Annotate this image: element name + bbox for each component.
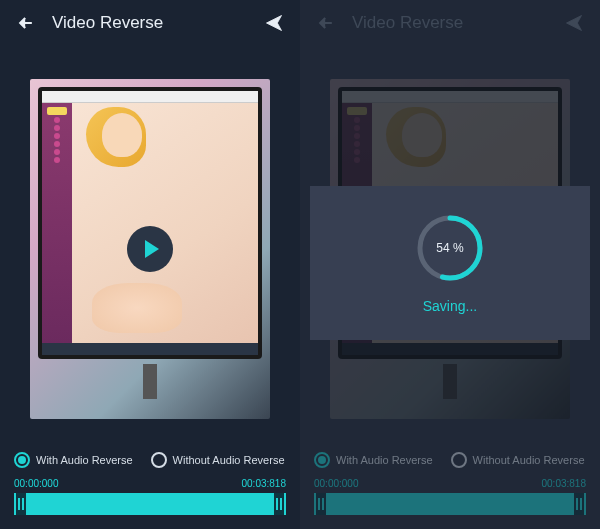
video-preview-area xyxy=(0,46,300,442)
seek-area xyxy=(0,491,300,529)
header: Video Reverse xyxy=(0,0,300,46)
back-button[interactable] xyxy=(14,11,38,35)
progress-ring: 54 % xyxy=(414,212,486,284)
radio-with-audio[interactable]: With Audio Reverse xyxy=(14,452,133,468)
video-frame[interactable] xyxy=(30,79,270,419)
audio-options: With Audio Reverse Without Audio Reverse xyxy=(0,442,300,472)
send-button[interactable] xyxy=(262,11,286,35)
radio-selected-icon xyxy=(14,452,30,468)
screen-right: Video Reverse xyxy=(300,0,600,529)
progress-percent: 54 % xyxy=(414,212,486,284)
seek-handle-right[interactable] xyxy=(274,493,284,515)
play-button[interactable] xyxy=(127,226,173,272)
saving-status: Saving... xyxy=(423,298,477,314)
time-row: 00:00:000 00:03:818 xyxy=(0,472,300,491)
time-start: 00:00:000 xyxy=(14,478,59,489)
screen-left: Video Reverse xyxy=(0,0,300,529)
radio-without-audio[interactable]: Without Audio Reverse xyxy=(151,452,285,468)
saving-panel: 54 % Saving... xyxy=(310,186,590,340)
page-title: Video Reverse xyxy=(52,13,248,33)
radio-unselected-icon xyxy=(151,452,167,468)
radio-label: With Audio Reverse xyxy=(36,454,133,466)
seek-handle-left[interactable] xyxy=(16,493,26,515)
time-end: 00:03:818 xyxy=(242,478,287,489)
seek-bar[interactable] xyxy=(14,493,286,515)
radio-label: Without Audio Reverse xyxy=(173,454,285,466)
